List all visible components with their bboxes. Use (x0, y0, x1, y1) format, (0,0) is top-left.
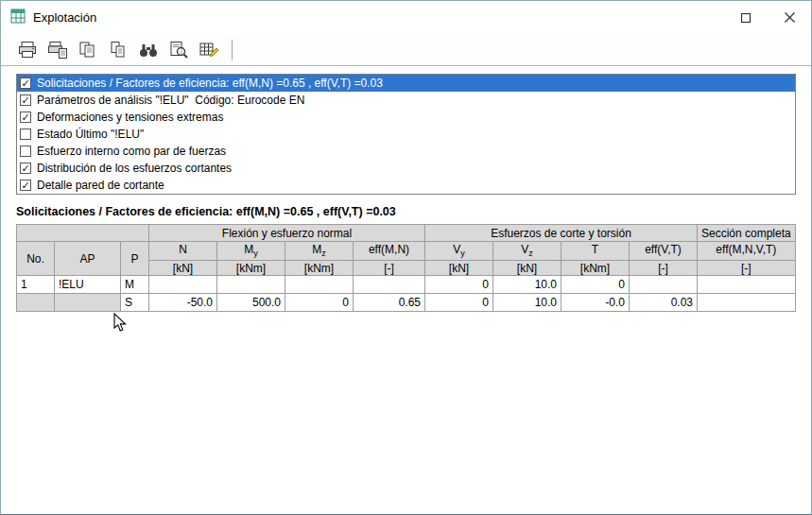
checklist-item-label: Esfuerzo interno como par de fuerzas (37, 145, 226, 158)
cell: M (121, 276, 149, 294)
cell (285, 276, 354, 294)
unit-header: [kNm] (561, 261, 630, 276)
column-header-ap: AP (55, 242, 121, 276)
checklist-item-label: Parámetros de análisis "!ELU" Código: Eu… (37, 94, 304, 107)
cell (55, 294, 121, 312)
cell: 0.03 (630, 294, 698, 312)
cell: 0 (425, 276, 493, 294)
cell: 500.0 (217, 294, 285, 312)
maximize-icon (740, 12, 752, 24)
find-button[interactable] (135, 38, 162, 62)
column-header-row: No. AP P N My Mz eff(M,N) Vy Vz T eff(V,… (17, 242, 796, 261)
column-header-eff-mn: eff(M,N) (354, 242, 425, 261)
column-header-eff-vt: eff(V,T) (630, 242, 698, 261)
app-icon (10, 9, 26, 27)
edit-table-button[interactable] (196, 38, 222, 62)
cell: -0.0 (561, 294, 630, 312)
copy-to-report-button[interactable] (75, 38, 101, 62)
group-header-row: Flexión y esfuerzo normal Esfuerzos de c… (17, 225, 796, 242)
titlebar: Explotación (1, 1, 811, 34)
close-button[interactable] (768, 1, 811, 34)
toolbar (1, 34, 811, 66)
checklist-item-label: Solicitaciones / Factores de eficiencia:… (37, 77, 383, 90)
checklist-item-parametros[interactable]: ✓ Parámetros de análisis "!ELU" Código: … (17, 92, 795, 109)
checkbox[interactable]: ✓ (20, 180, 31, 191)
cell: S (121, 294, 149, 312)
maximize-button[interactable] (724, 1, 768, 34)
unit-header: [-] (698, 261, 796, 276)
checkbox[interactable]: ✓ (20, 94, 31, 106)
cell: 0.65 (354, 294, 425, 312)
cell (354, 276, 425, 294)
cell (630, 276, 698, 294)
checklist-item-label: Detalle pared de cortante (37, 179, 164, 192)
group-header-seccion: Sección completa (698, 225, 796, 242)
column-header-t: T (561, 242, 630, 261)
column-header-vy: Vy (425, 242, 493, 261)
checklist-item-detalle-pared[interactable]: ✓ Detalle pared de cortante (17, 177, 795, 194)
cell: 0 (425, 294, 493, 312)
column-header-vz: Vz (493, 242, 561, 261)
cell: 0 (285, 294, 354, 312)
checkbox[interactable] (20, 129, 31, 140)
content: ✓ Solicitaciones / Factores de eficienci… (1, 74, 811, 515)
cell: 0 (561, 276, 630, 294)
unit-header: [kNm] (217, 261, 285, 276)
unit-header: [-] (630, 261, 698, 276)
print-preview-icon (47, 41, 68, 60)
cell (217, 276, 285, 294)
column-header-p: P (121, 242, 149, 276)
copy-to-report-icon (78, 41, 98, 60)
checklist-item-distribucion[interactable]: ✓ Distribución de los esfuerzos cortante… (17, 160, 795, 177)
checklist-item-estado-ultimo[interactable]: Estado Último "!ELU" (17, 126, 795, 143)
search-button[interactable] (165, 38, 192, 62)
print-button[interactable] (14, 38, 41, 62)
copy-icon (108, 41, 129, 60)
toolbar-separator (232, 40, 233, 60)
checklist-item-label: Distribución de los esfuerzos cortantes (37, 162, 232, 175)
section-title: Solicitaciones / Factores de eficiencia:… (16, 205, 811, 218)
cell (698, 294, 796, 312)
window-controls (724, 1, 811, 34)
checkbox[interactable]: ✓ (20, 112, 31, 123)
table-row: 1 !ELU M 0 10.0 0 (17, 276, 796, 294)
find-icon (138, 41, 159, 60)
table-row: S -50.0 500.0 0 0.65 0 10.0 -0.0 0.03 (17, 294, 796, 312)
print-preview-button[interactable] (44, 38, 71, 62)
group-header-flexion: Flexión y esfuerzo normal (149, 225, 425, 242)
cell: -50.0 (149, 294, 217, 312)
column-header-my: My (217, 242, 285, 261)
search-icon (168, 41, 189, 60)
results-table: Flexión y esfuerzo normal Esfuerzos de c… (16, 224, 796, 312)
cell (17, 294, 55, 312)
copy-button[interactable] (105, 38, 131, 62)
column-header-mz: Mz (285, 242, 354, 261)
cell (149, 276, 217, 294)
column-header-eff-mnvt: eff(M,N,V,T) (698, 242, 796, 261)
cell: 10.0 (493, 276, 561, 294)
group-header-blank (17, 225, 149, 242)
unit-header: [kN] (493, 261, 561, 276)
mouse-cursor (113, 313, 128, 333)
print-icon (17, 41, 38, 60)
checklist-item-label: Estado Último "!ELU" (37, 128, 144, 141)
unit-header: [kNm] (285, 261, 354, 276)
checklist-item-deformaciones[interactable]: ✓ Deformaciones y tensiones extremas (17, 109, 795, 126)
column-header-n: N (149, 242, 217, 261)
checklist-item-esfuerzo-interno[interactable]: Esfuerzo interno como par de fuerzas (17, 143, 795, 160)
close-icon (784, 11, 796, 24)
edit-table-icon (199, 41, 219, 60)
cell: 1 (17, 276, 55, 294)
checkbox[interactable]: ✓ (20, 163, 31, 174)
group-header-corte: Esfuerzos de corte y torsión (425, 225, 698, 242)
unit-header: [kN] (425, 261, 493, 276)
window-title: Explotación (33, 10, 724, 25)
cell: 10.0 (493, 294, 561, 312)
checklist-item-solicitaciones[interactable]: ✓ Solicitaciones / Factores de eficienci… (17, 75, 795, 92)
cell: !ELU (55, 276, 121, 294)
cell (698, 276, 796, 294)
checkbox[interactable]: ✓ (20, 77, 31, 89)
window: Explotación (0, 0, 812, 515)
checkbox[interactable] (20, 146, 31, 157)
column-header-no: No. (17, 242, 55, 276)
